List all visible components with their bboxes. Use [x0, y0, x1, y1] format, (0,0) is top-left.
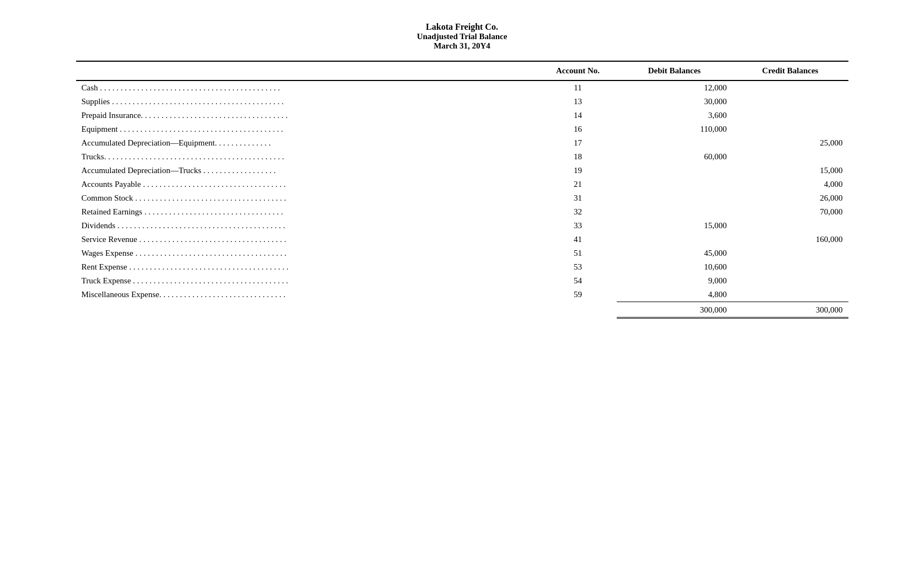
report-title: Unadjusted Trial Balance: [76, 32, 848, 41]
table-row: Accumulated Depreciation—Equipment. . . …: [76, 136, 848, 150]
credit-cell: [733, 122, 848, 136]
credit-cell: 70,000: [733, 205, 848, 219]
totals-credit: 300,000: [733, 302, 848, 318]
credit-cell: [733, 246, 848, 260]
credit-cell: 160,000: [733, 233, 848, 246]
credit-cell: 26,000: [733, 191, 848, 205]
account-name-cell: Truck Expense . . . . . . . . . . . . . …: [76, 274, 540, 288]
account-name-cell: Miscellaneous Expense. . . . . . . . . .…: [76, 288, 540, 302]
account-no-cell: 54: [540, 274, 617, 288]
table-row: Accounts Payable . . . . . . . . . . . .…: [76, 178, 848, 191]
report-date: March 31, 20Y4: [76, 41, 848, 51]
table-row: Supplies . . . . . . . . . . . . . . . .…: [76, 95, 848, 109]
account-no-cell: 31: [540, 191, 617, 205]
table-row: Equipment . . . . . . . . . . . . . . . …: [76, 122, 848, 136]
col-account-name: [76, 61, 540, 80]
company-name: Lakota Freight Co.: [76, 22, 848, 32]
table-row: Miscellaneous Expense. . . . . . . . . .…: [76, 288, 848, 302]
account-no-cell: 53: [540, 260, 617, 274]
debit-cell: 15,000: [617, 219, 733, 233]
account-name-cell: Accounts Payable . . . . . . . . . . . .…: [76, 178, 540, 191]
debit-cell: [617, 191, 733, 205]
debit-cell: 110,000: [617, 122, 733, 136]
table-row: Accumulated Depreciation—Trucks . . . . …: [76, 164, 848, 178]
page-container: Lakota Freight Co. Unadjusted Trial Bala…: [76, 22, 848, 319]
totals-no: [540, 302, 617, 318]
account-no-cell: 41: [540, 233, 617, 246]
credit-cell: [733, 109, 848, 122]
account-no-cell: 13: [540, 95, 617, 109]
debit-cell: [617, 164, 733, 178]
table-row: Prepaid Insurance. . . . . . . . . . . .…: [76, 109, 848, 122]
account-name-cell: Accumulated Depreciation—Equipment. . . …: [76, 136, 540, 150]
account-name-cell: Wages Expense . . . . . . . . . . . . . …: [76, 246, 540, 260]
account-name-cell: Trucks. . . . . . . . . . . . . . . . . …: [76, 150, 540, 164]
debit-cell: 60,000: [617, 150, 733, 164]
table-row: Common Stock . . . . . . . . . . . . . .…: [76, 191, 848, 205]
account-no-cell: 33: [540, 219, 617, 233]
debit-cell: [617, 205, 733, 219]
table-row: Wages Expense . . . . . . . . . . . . . …: [76, 246, 848, 260]
col-debit: Debit Balances: [617, 61, 733, 80]
account-name-cell: Common Stock . . . . . . . . . . . . . .…: [76, 191, 540, 205]
table-row: Cash . . . . . . . . . . . . . . . . . .…: [76, 80, 848, 95]
account-no-cell: 14: [540, 109, 617, 122]
account-name-cell: Service Revenue . . . . . . . . . . . . …: [76, 233, 540, 246]
account-no-cell: 51: [540, 246, 617, 260]
account-no-cell: 59: [540, 288, 617, 302]
account-name-cell: Rent Expense . . . . . . . . . . . . . .…: [76, 260, 540, 274]
totals-debit: 300,000: [617, 302, 733, 318]
account-name-cell: Cash . . . . . . . . . . . . . . . . . .…: [76, 80, 540, 95]
debit-cell: [617, 178, 733, 191]
account-name-cell: Equipment . . . . . . . . . . . . . . . …: [76, 122, 540, 136]
account-no-cell: 18: [540, 150, 617, 164]
debit-cell: [617, 136, 733, 150]
debit-cell: 45,000: [617, 246, 733, 260]
report-header: Lakota Freight Co. Unadjusted Trial Bala…: [76, 22, 848, 51]
credit-cell: 25,000: [733, 136, 848, 150]
account-name-cell: Accumulated Depreciation—Trucks . . . . …: [76, 164, 540, 178]
debit-cell: 12,000: [617, 80, 733, 95]
account-name-cell: Retained Earnings . . . . . . . . . . . …: [76, 205, 540, 219]
account-no-cell: 17: [540, 136, 617, 150]
account-name-cell: Supplies . . . . . . . . . . . . . . . .…: [76, 95, 540, 109]
credit-cell: [733, 260, 848, 274]
trial-balance-table: Account No. Debit Balances Credit Balanc…: [76, 61, 848, 319]
account-no-cell: 16: [540, 122, 617, 136]
account-no-cell: 11: [540, 80, 617, 95]
account-no-cell: 32: [540, 205, 617, 219]
credit-cell: 15,000: [733, 164, 848, 178]
credit-cell: [733, 219, 848, 233]
debit-cell: 10,600: [617, 260, 733, 274]
credit-cell: [733, 288, 848, 302]
account-name-cell: Prepaid Insurance. . . . . . . . . . . .…: [76, 109, 540, 122]
debit-cell: 9,000: [617, 274, 733, 288]
table-row: Retained Earnings . . . . . . . . . . . …: [76, 205, 848, 219]
account-no-cell: 21: [540, 178, 617, 191]
col-credit: Credit Balances: [733, 61, 848, 80]
debit-cell: 4,800: [617, 288, 733, 302]
table-row: Truck Expense . . . . . . . . . . . . . …: [76, 274, 848, 288]
debit-cell: [617, 233, 733, 246]
table-row: Dividends . . . . . . . . . . . . . . . …: [76, 219, 848, 233]
table-row: Rent Expense . . . . . . . . . . . . . .…: [76, 260, 848, 274]
credit-cell: 4,000: [733, 178, 848, 191]
debit-cell: 3,600: [617, 109, 733, 122]
debit-cell: 30,000: [617, 95, 733, 109]
totals-label: [76, 302, 540, 318]
credit-cell: [733, 80, 848, 95]
credit-cell: [733, 95, 848, 109]
table-row: Service Revenue . . . . . . . . . . . . …: [76, 233, 848, 246]
credit-cell: [733, 274, 848, 288]
account-no-cell: 19: [540, 164, 617, 178]
credit-cell: [733, 150, 848, 164]
table-row: Trucks. . . . . . . . . . . . . . . . . …: [76, 150, 848, 164]
totals-row: 300,000300,000: [76, 302, 848, 318]
account-name-cell: Dividends . . . . . . . . . . . . . . . …: [76, 219, 540, 233]
col-account-no: Account No.: [540, 61, 617, 80]
